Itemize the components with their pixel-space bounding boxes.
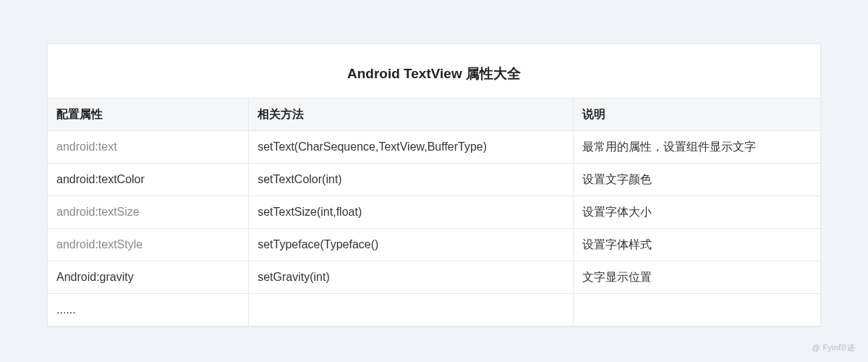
cell-config-attr: android:textSize — [48, 196, 249, 229]
table-body: android:textsetText(CharSequence,TextVie… — [48, 131, 820, 327]
cell-related-method: setTypeface(Typeface() — [249, 229, 574, 261]
cell-related-method: setTextColor(int) — [249, 164, 574, 196]
table-row: ...... — [48, 294, 820, 327]
cell-config-attr: Android:gravity — [48, 261, 249, 294]
table-row: android:textColorsetTextColor(int)设置文字颜色 — [48, 164, 820, 196]
cell-description: 设置字体样式 — [573, 229, 820, 261]
table-title: Android TextView 属性大全 — [48, 44, 820, 98]
cell-description: 设置文字颜色 — [573, 164, 820, 196]
header-related-method: 相关方法 — [249, 98, 574, 131]
table-row: android:textsetText(CharSequence,TextVie… — [48, 131, 820, 164]
cell-description: 文字显示位置 — [573, 261, 820, 294]
table-row: android:textStylesetTypeface(Typeface()设… — [48, 229, 820, 261]
properties-table: 配置属性 相关方法 说明 android:textsetText(CharSeq… — [48, 98, 820, 327]
cell-description — [573, 294, 820, 327]
header-description: 说明 — [573, 98, 820, 131]
cell-description: 最常用的属性，设置组件显示文字 — [573, 131, 820, 164]
table-row: Android:gravitysetGravity(int)文字显示位置 — [48, 261, 820, 294]
cell-config-attr: android:textColor — [48, 164, 249, 196]
watermark: @ Fyin印迹 — [812, 342, 855, 353]
cell-related-method: setTextSize(int,float) — [249, 196, 574, 229]
cell-config-attr: android:text — [48, 131, 249, 164]
table-container: Android TextView 属性大全 配置属性 相关方法 说明 andro… — [47, 43, 821, 327]
cell-description: 设置字体大小 — [573, 196, 820, 229]
cell-config-attr: android:textStyle — [48, 229, 249, 261]
cell-related-method: setText(CharSequence,TextView,BufferType… — [249, 131, 574, 164]
cell-config-attr: ...... — [48, 294, 249, 327]
header-config-attr: 配置属性 — [48, 98, 249, 131]
table-header-row: 配置属性 相关方法 说明 — [48, 98, 820, 131]
table-row: android:textSizesetTextSize(int,float)设置… — [48, 196, 820, 229]
cell-related-method: setGravity(int) — [249, 261, 574, 294]
cell-related-method — [249, 294, 574, 327]
